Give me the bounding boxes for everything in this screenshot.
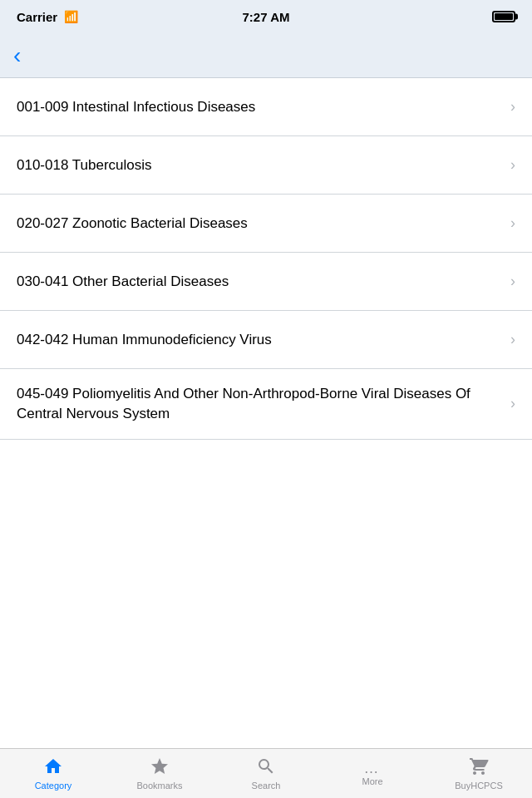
time-label: 7:27 AM bbox=[243, 10, 290, 24]
list-item-text: 045-049 Poliomyelitis And Other Non-Arth… bbox=[17, 384, 510, 424]
carrier-label: Carrier bbox=[17, 10, 57, 24]
list-item-text: 030-041 Other Bacterial Diseases bbox=[17, 272, 510, 292]
tab-buyhcpcs-label: BuyHCPCS bbox=[455, 781, 502, 791]
list-item-text: 020-027 Zoonotic Bacterial Diseases bbox=[17, 214, 510, 234]
tab-bookmarks[interactable]: Bookmarks bbox=[106, 749, 213, 798]
wifi-icon: 📶 bbox=[64, 10, 78, 23]
search-icon bbox=[256, 756, 276, 780]
more-icon: … bbox=[364, 761, 382, 776]
chevron-right-icon: › bbox=[510, 214, 515, 232]
chevron-right-icon: › bbox=[510, 395, 515, 412]
tab-search[interactable]: Search bbox=[213, 749, 319, 798]
status-bar: Carrier 📶 7:27 AM bbox=[0, 0, 532, 33]
list-item[interactable]: 030-041 Other Bacterial Diseases › bbox=[0, 253, 532, 311]
list-item-text: 042-042 Human Immunodeficiency Virus bbox=[17, 330, 510, 350]
tab-bar: Category Bookmarks Search … More BuyHCPC… bbox=[0, 748, 532, 798]
chevron-right-icon: › bbox=[510, 156, 515, 174]
list-item[interactable]: 010-018 Tuberculosis › bbox=[0, 136, 532, 195]
list-item[interactable]: 045-049 Poliomyelitis And Other Non-Arth… bbox=[0, 369, 532, 440]
battery-icon bbox=[492, 11, 515, 22]
list-item[interactable]: 001-009 Intestinal Infectious Diseases › bbox=[0, 78, 532, 136]
back-button[interactable]: ‹ bbox=[13, 41, 27, 71]
list-item-text: 010-018 Tuberculosis bbox=[17, 155, 510, 175]
list-item[interactable]: 042-042 Human Immunodeficiency Virus › bbox=[0, 311, 532, 369]
chevron-right-icon: › bbox=[510, 331, 515, 348]
nav-bar: ‹ bbox=[0, 33, 532, 78]
list-item-text: 001-009 Intestinal Infectious Diseases bbox=[17, 97, 510, 117]
tab-more-label: More bbox=[362, 777, 382, 786]
list-container: 001-009 Intestinal Infectious Diseases ›… bbox=[0, 78, 532, 748]
chevron-right-icon: › bbox=[510, 98, 515, 116]
tab-buyhcpcs[interactable]: BuyHCPCS bbox=[426, 749, 532, 798]
chevron-right-icon: › bbox=[510, 273, 515, 290]
tab-category-label: Category bbox=[35, 781, 72, 791]
tab-search-label: Search bbox=[252, 781, 281, 791]
tab-bookmarks-label: Bookmarks bbox=[136, 781, 182, 791]
tab-category[interactable]: Category bbox=[0, 749, 106, 798]
home-icon bbox=[43, 756, 63, 780]
cart-icon bbox=[469, 756, 489, 780]
tab-more[interactable]: … More bbox=[319, 749, 426, 798]
star-icon bbox=[150, 756, 170, 780]
list-item[interactable]: 020-027 Zoonotic Bacterial Diseases › bbox=[0, 195, 532, 253]
